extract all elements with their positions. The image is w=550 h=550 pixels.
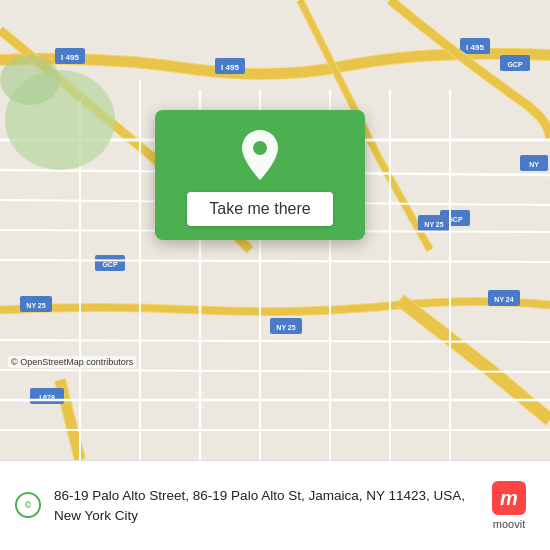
osm-logo: © — [14, 492, 42, 520]
svg-text:GCP: GCP — [102, 261, 118, 268]
svg-text:NY 25: NY 25 — [26, 302, 45, 309]
svg-text:I 495: I 495 — [61, 53, 79, 62]
address-text: 86-19 Palo Alto Street, 86-19 Palo Alto … — [54, 486, 470, 525]
svg-text:I 495: I 495 — [466, 43, 484, 52]
moovit-label: moovit — [493, 518, 525, 530]
svg-text:NY: NY — [529, 161, 539, 168]
map-attribution: © OpenStreetMap contributors — [8, 356, 136, 368]
osm-icon: © — [15, 492, 41, 518]
svg-text:NY 25: NY 25 — [276, 324, 295, 331]
moovit-logo: m moovit — [482, 481, 536, 530]
take-me-there-button[interactable]: Take me there — [187, 192, 332, 226]
svg-point-43 — [0, 55, 60, 105]
svg-text:NY 24: NY 24 — [494, 296, 513, 303]
location-pin-icon — [237, 128, 283, 182]
map-container: I 495 I 495 I 495 GCP GCP GCP NY 25 NY 2… — [0, 0, 550, 460]
svg-text:I 495: I 495 — [221, 63, 239, 72]
moovit-icon: m — [492, 481, 526, 515]
svg-text:NY 25: NY 25 — [424, 221, 443, 228]
action-card: Take me there — [155, 110, 365, 240]
svg-point-44 — [253, 141, 267, 155]
svg-text:GCP: GCP — [507, 61, 523, 68]
moovit-m-letter: m — [500, 488, 518, 508]
info-bar: © 86-19 Palo Alto Street, 86-19 Palo Alt… — [0, 460, 550, 550]
